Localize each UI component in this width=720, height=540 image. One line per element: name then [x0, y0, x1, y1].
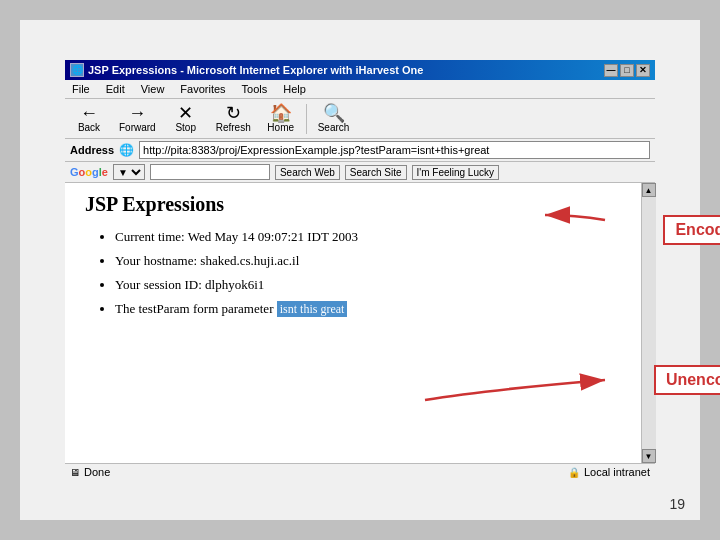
search-icon: 🔍 — [323, 104, 345, 122]
bullet-list: Current time: Wed May 14 09:07:21 IDT 20… — [115, 226, 621, 320]
search-site-button[interactable]: Search Site — [345, 165, 407, 180]
title-bar: 🌐 JSP Expressions - Microsoft Internet E… — [65, 60, 655, 80]
back-button[interactable]: ← Back — [70, 102, 108, 135]
google-dropdown[interactable]: ▼ — [113, 164, 145, 180]
maximize-button[interactable]: □ — [620, 64, 634, 77]
menu-bar: File Edit View Favorites Tools Help — [65, 80, 655, 99]
minimize-button[interactable]: — — [604, 64, 618, 77]
status-icon: 🖥 — [70, 467, 80, 478]
search-button[interactable]: 🔍 Search — [313, 102, 355, 135]
refresh-button[interactable]: ↻ Refresh — [211, 102, 256, 135]
zone-text: Local intranet — [584, 466, 650, 478]
google-logo: Google — [70, 166, 108, 178]
toolbar-separator — [306, 104, 307, 134]
toolbar: ← Back → Forward ✕ Stop ↻ Refresh 🏠 H — [65, 99, 655, 139]
status-text: Done — [84, 466, 110, 478]
google-bar: Google ▼ Search Web Search Site I'm Feel… — [65, 162, 655, 183]
content-area-wrapper: JSP Expressions Current time: Wed May 14… — [65, 183, 655, 463]
content-area: JSP Expressions Current time: Wed May 14… — [65, 183, 641, 463]
zone-icon: 🔒 — [568, 467, 580, 478]
encoded-annotation: Encoded — [663, 215, 720, 245]
menu-help[interactable]: Help — [281, 82, 308, 96]
slide-number: 19 — [669, 496, 685, 512]
list-item: Your session ID: dlphyok6i1 — [115, 274, 621, 296]
address-input[interactable] — [139, 141, 650, 159]
menu-view[interactable]: View — [139, 82, 167, 96]
highlighted-param: isnt this great — [277, 301, 348, 317]
address-icon: 🌐 — [119, 143, 134, 157]
menu-edit[interactable]: Edit — [104, 82, 127, 96]
scroll-track — [642, 197, 656, 449]
lucky-button[interactable]: I'm Feeling Lucky — [412, 165, 500, 180]
stop-button[interactable]: ✕ Stop — [167, 102, 205, 135]
list-item: Current time: Wed May 14 09:07:21 IDT 20… — [115, 226, 621, 248]
forward-button[interactable]: → Forward — [114, 102, 161, 135]
home-icon: 🏠 — [270, 104, 292, 122]
menu-tools[interactable]: Tools — [240, 82, 270, 96]
stop-icon: ✕ — [178, 104, 193, 122]
forward-icon: → — [128, 104, 146, 122]
scroll-down-button[interactable]: ▼ — [642, 449, 656, 463]
google-search-input[interactable] — [150, 164, 270, 180]
list-item: The testParam form parameter isnt this g… — [115, 298, 621, 320]
list-item: Your hostname: shaked.cs.huji.ac.il — [115, 250, 621, 272]
window-title: JSP Expressions - Microsoft Internet Exp… — [88, 64, 423, 76]
browser-icon: 🌐 — [70, 63, 84, 77]
address-bar: Address 🌐 — [65, 139, 655, 162]
scroll-up-button[interactable]: ▲ — [642, 183, 656, 197]
search-web-button[interactable]: Search Web — [275, 165, 340, 180]
scrollbar[interactable]: ▲ ▼ — [641, 183, 655, 463]
refresh-icon: ↻ — [226, 104, 241, 122]
address-label: Address — [70, 144, 114, 156]
home-button[interactable]: 🏠 Home — [262, 102, 300, 135]
unencoded-annotation: Unencoded — [654, 365, 720, 395]
menu-favorites[interactable]: Favorites — [178, 82, 227, 96]
back-icon: ← — [80, 104, 98, 122]
close-button[interactable]: ✕ — [636, 64, 650, 77]
page-title: JSP Expressions — [85, 193, 621, 216]
menu-file[interactable]: File — [70, 82, 92, 96]
status-bar: 🖥 Done 🔒 Local intranet — [65, 463, 655, 480]
